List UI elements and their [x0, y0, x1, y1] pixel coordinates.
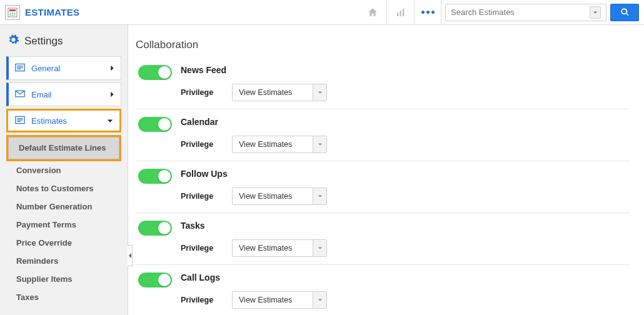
svg-point-7 [14, 14, 16, 16]
sidebar-subitem-price-override[interactable]: Price Override [6, 234, 121, 252]
collab-section-call-logs: Call Logs Privilege View Estimates [136, 265, 630, 315]
collab-section-calendar: Calendar Privilege View Estimates [136, 109, 630, 161]
sidebar-subitem-taxes[interactable]: Taxes [6, 288, 121, 306]
search-container [445, 4, 606, 21]
svg-rect-9 [400, 11, 401, 16]
toggle-call-logs[interactable] [138, 272, 172, 288]
sidebar-subitem-notes-to-customers[interactable]: Notes to Customers [6, 179, 121, 198]
app-title: ESTIMATES [25, 7, 79, 18]
chevron-down-icon [313, 188, 326, 204]
sidebar-subitem-reminders[interactable]: Reminders [6, 252, 121, 270]
collab-section-tasks: Tasks Privilege View Estimates [136, 213, 630, 265]
sidebar-subitem-default-estimate-lines[interactable]: Default Estimate Lines [8, 137, 119, 159]
section-title: Calendar [181, 117, 630, 127]
sidebar: Settings General Email Estimates [0, 25, 128, 315]
sidebar-item-label: General [31, 64, 109, 73]
main-content: Collaboration News Feed Privilege View E… [128, 25, 644, 315]
privilege-dropdown-call-logs[interactable]: View Estimates [232, 291, 327, 309]
collab-section-follow-ups: Follow Ups Privilege View Estimates [136, 161, 630, 213]
search-input[interactable] [451, 8, 590, 17]
search-button[interactable] [610, 4, 639, 21]
privilege-label: Privilege [181, 140, 213, 149]
search-wrap [445, 4, 639, 21]
dropdown-value: View Estimates [233, 240, 313, 256]
more-menu-icon[interactable] [414, 0, 441, 25]
general-icon [15, 63, 25, 74]
svg-rect-10 [403, 9, 404, 16]
svg-point-2 [10, 12, 11, 14]
reports-icon[interactable] [386, 0, 414, 25]
privilege-dropdown-calendar[interactable]: View Estimates [232, 136, 327, 153]
app-logo-icon [5, 5, 20, 20]
chevron-down-icon [313, 292, 326, 308]
privilege-label: Privilege [181, 192, 213, 201]
toggle-calendar[interactable] [138, 117, 172, 132]
section-title: News Feed [181, 65, 630, 75]
toggle-news-feed[interactable] [138, 65, 172, 80]
email-icon [15, 90, 25, 99]
chevron-down-icon [313, 136, 326, 152]
svg-rect-1 [9, 9, 16, 11]
sidebar-subnav-highlight: Default Estimate Lines [6, 135, 121, 161]
toggle-follow-ups[interactable] [138, 169, 172, 184]
svg-rect-8 [397, 12, 398, 16]
privilege-dropdown-news-feed[interactable]: View Estimates [232, 84, 327, 101]
svg-point-3 [12, 12, 13, 14]
collab-section-news-feed: News Feed Privilege View Estimates [136, 58, 630, 109]
dropdown-value: View Estimates [233, 188, 313, 204]
page-title: Collaboration [136, 39, 644, 51]
sidebar-item-email[interactable]: Email [6, 82, 121, 106]
sidebar-collapse-handle[interactable] [128, 245, 133, 266]
dropdown-value: View Estimates [233, 84, 313, 101]
sidebar-sublist: Conversion Notes to Customers Number Gen… [6, 161, 121, 309]
toggle-tasks[interactable] [138, 221, 172, 236]
chevron-right-icon [109, 90, 114, 99]
svg-point-6 [12, 14, 13, 16]
section-title: Follow Ups [181, 169, 630, 179]
chevron-right-icon [109, 64, 114, 73]
sidebar-subitem-supplier-items[interactable]: Supplier Items [6, 270, 121, 288]
privilege-label: Privilege [181, 296, 213, 304]
chevron-down-icon [313, 240, 326, 256]
estimates-icon [15, 116, 25, 126]
sidebar-item-estimates[interactable]: Estimates [6, 109, 121, 132]
privilege-label: Privilege [181, 88, 213, 97]
svg-point-5 [10, 14, 11, 16]
sidebar-subitem-payment-terms[interactable]: Payment Terms [6, 216, 121, 234]
search-dropdown-caret[interactable] [590, 6, 601, 19]
app-header: ESTIMATES [0, 0, 644, 25]
dropdown-value: View Estimates [233, 136, 313, 152]
sidebar-title: Settings [6, 34, 121, 49]
sidebar-item-label: Email [31, 90, 109, 99]
sidebar-item-label: Estimates [31, 116, 107, 126]
home-icon[interactable] [359, 0, 386, 25]
chevron-down-icon [313, 84, 326, 101]
gear-icon [8, 34, 19, 49]
section-title: Tasks [181, 221, 630, 231]
privilege-label: Privilege [181, 244, 213, 252]
sidebar-subitem-number-generation[interactable]: Number Generation [6, 198, 121, 216]
sidebar-item-general[interactable]: General [6, 56, 121, 80]
privilege-dropdown-tasks[interactable]: View Estimates [232, 239, 327, 257]
privilege-dropdown-follow-ups[interactable]: View Estimates [232, 188, 327, 205]
chevron-down-icon [107, 116, 113, 126]
section-title: Call Logs [181, 272, 630, 282]
svg-point-4 [14, 12, 16, 14]
dropdown-value: View Estimates [233, 292, 313, 308]
sidebar-title-label: Settings [24, 35, 63, 48]
sidebar-subitem-conversion[interactable]: Conversion [6, 161, 121, 179]
